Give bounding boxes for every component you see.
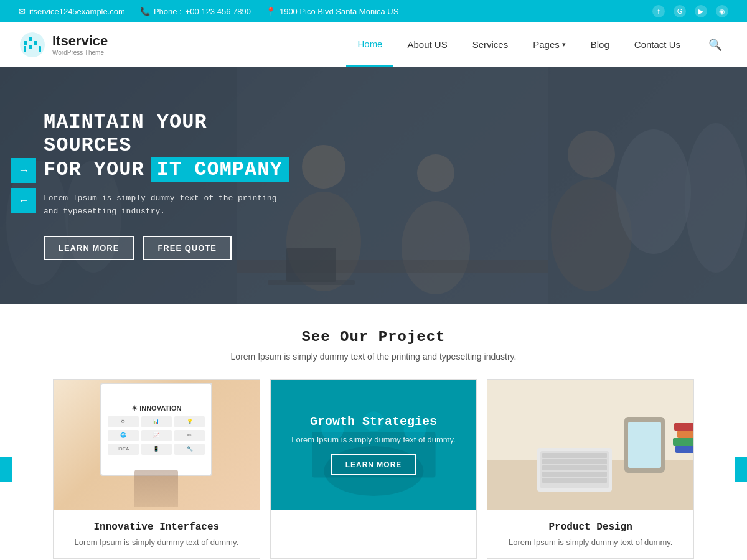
nav-item-services[interactable]: Services	[461, 22, 520, 67]
growth-overlay-desc: Lorem Ipsum is simply dummy text of dumm…	[291, 435, 455, 444]
card-desc-product: Lorem Ipsum is simply dummy text of dumm…	[500, 538, 681, 547]
logo-name: Itservice	[52, 33, 108, 49]
phone-label: Phone :	[154, 7, 182, 16]
svg-rect-39	[674, 423, 693, 431]
card-title-innovation: Innovative Interfaces	[66, 521, 247, 533]
nav-links: Home About US Services Pages ▾ Blog Cont…	[346, 22, 692, 67]
projects-next-button[interactable]: →	[735, 457, 747, 482]
hero-title-line2: FOR YOUR IT COMPANY	[44, 157, 293, 182]
innov-box: 📊	[141, 416, 172, 427]
svg-rect-41	[673, 438, 693, 446]
card-title-product: Product Design	[500, 521, 681, 533]
growth-overlay: Growth Strategies Lorem Ipsum is simply …	[271, 380, 477, 510]
slider-arrows: → ←	[11, 158, 36, 213]
hero-buttons: LEARN MORE FREE QUOTE	[44, 236, 293, 260]
logo-subtitle: WordPress Theme	[52, 49, 108, 56]
slider-prev-button[interactable]: ←	[11, 188, 36, 213]
youtube-icon[interactable]: ▶	[695, 5, 707, 17]
projects-wrapper: ← ☀ INNOVATION ⚙ 📊 💡 🌐	[19, 379, 728, 559]
card-desc-innovation: Lorem Ipsum is simply dummy text of dumm…	[66, 538, 247, 547]
innov-box: 📈	[141, 430, 172, 441]
project-card-product: @ C LG Product Design Lorem Ipsum is sim…	[487, 379, 694, 559]
location-icon: 📍	[266, 7, 276, 16]
innov-label: ☀ INNOVATION	[131, 404, 181, 413]
email-text: itservice1245example.com	[29, 7, 125, 16]
hero-title-normal: FOR YOUR	[44, 158, 144, 181]
card-body-product: Product Design Lorem Ipsum is simply dum…	[487, 510, 693, 558]
projects-prev-button[interactable]: ←	[0, 457, 12, 482]
innov-box: 🌐	[108, 430, 138, 441]
logo-icon	[19, 31, 46, 58]
svg-rect-4	[29, 45, 32, 49]
svg-rect-34	[542, 465, 607, 470]
innov-box: ⚙	[108, 416, 138, 427]
social-links: f G ▶ ◉	[652, 5, 728, 17]
projects-row: ☀ INNOVATION ⚙ 📊 💡 🌐 📈 ✏ IDEA 📱 🔧	[53, 379, 694, 559]
free-quote-button[interactable]: FREE QUOTE	[143, 236, 232, 260]
growth-learn-more-button[interactable]: LEARN MORE	[331, 454, 417, 475]
learn-more-button[interactable]: LEARN MORE	[44, 236, 134, 260]
svg-point-0	[20, 32, 45, 57]
address-text: 1900 Pico Blvd Santa Monica US	[280, 7, 399, 16]
nav-item-blog[interactable]: Blog	[580, 22, 621, 67]
section-title: See Our Project	[19, 329, 728, 345]
growth-overlay-title: Growth Strategies	[310, 414, 437, 429]
svg-rect-40	[677, 431, 693, 438]
phone-number: +00 123 456 7890	[186, 7, 251, 16]
innovation-board: ☀ INNOVATION ⚙ 📊 💡 🌐 📈 ✏ IDEA 📱 🔧	[100, 383, 212, 476]
card-image-innovation: ☀ INNOVATION ⚙ 📊 💡 🌐 📈 ✏ IDEA 📱 🔧	[54, 380, 260, 510]
nav-item-pages[interactable]: Pages ▾	[522, 22, 577, 67]
svg-rect-36	[542, 478, 607, 483]
instagram-icon[interactable]: ◉	[716, 5, 728, 17]
chevron-down-icon: ▾	[562, 40, 566, 49]
logo[interactable]: Itservice WordPress Theme	[19, 31, 108, 58]
section-description: Lorem Ipsum is simply dummy text of the …	[19, 352, 728, 362]
top-bar: ✉ itservice1245example.com 📞 Phone : +00…	[0, 0, 747, 22]
card-image-growth: Growth Strategies Lorem Ipsum is simply …	[271, 380, 477, 510]
nav-item-contact[interactable]: Contact Us	[623, 22, 692, 67]
google-icon[interactable]: G	[674, 5, 686, 17]
top-bar-left: ✉ itservice1245example.com 📞 Phone : +00…	[19, 7, 398, 16]
svg-rect-1	[24, 41, 27, 45]
nav-item-home[interactable]: Home	[346, 22, 393, 67]
logo-text: Itservice WordPress Theme	[52, 33, 108, 56]
nav-divider	[697, 35, 697, 54]
card-image-product: @ C LG	[487, 380, 693, 510]
hero-description: Lorem Ipsum is simply dummy text of the …	[44, 192, 293, 218]
navbar: Itservice WordPress Theme Home About US …	[0, 22, 747, 67]
phone-icon: 📞	[140, 7, 150, 16]
address-info: 📍 1900 Pico Blvd Santa Monica US	[266, 7, 399, 16]
facebook-icon[interactable]: f	[652, 5, 665, 17]
hero-section: → ← MAINTAIN YOUR SOURCES FOR YOUR IT CO…	[0, 67, 747, 304]
innov-box: 🔧	[174, 444, 205, 455]
svg-rect-35	[542, 472, 607, 477]
email-info: ✉ itservice1245example.com	[19, 7, 125, 16]
search-button[interactable]: 🔍	[702, 38, 728, 52]
svg-rect-33	[542, 459, 607, 464]
innov-box: ✏	[174, 430, 205, 441]
hero-content: MAINTAIN YOUR SOURCES FOR YOUR IT COMPAN…	[0, 111, 336, 260]
phone-info: 📞 Phone : +00 123 456 7890	[140, 7, 251, 16]
svg-rect-32	[542, 453, 607, 458]
hero-title-line1: MAINTAIN YOUR SOURCES	[44, 111, 293, 157]
project-card-innovation: ☀ INNOVATION ⚙ 📊 💡 🌐 📈 ✏ IDEA 📱 🔧	[53, 379, 260, 559]
projects-section: See Our Project Lorem Ipsum is simply du…	[0, 304, 747, 560]
slider-next-button[interactable]: →	[11, 158, 36, 183]
innov-grid: ⚙ 📊 💡 🌐 📈 ✏ IDEA 📱 🔧	[108, 416, 205, 455]
svg-rect-5	[24, 46, 26, 52]
card-body-innovation: Innovative Interfaces Lorem Ipsum is sim…	[54, 510, 260, 558]
product-desk-image: @ C LG	[487, 380, 693, 510]
svg-rect-2	[29, 37, 32, 41]
svg-rect-42	[675, 446, 693, 453]
innov-box: 📱	[141, 444, 172, 455]
project-card-growth: Growth Strategies Lorem Ipsum is simply …	[270, 379, 477, 559]
person-figure	[134, 470, 178, 507]
email-icon: ✉	[19, 7, 26, 16]
svg-rect-38	[628, 422, 661, 468]
svg-rect-6	[39, 46, 41, 52]
nav-item-about[interactable]: About US	[396, 22, 458, 67]
innov-box: IDEA	[108, 444, 138, 455]
hero-title-highlight: IT COMPANY	[151, 157, 289, 182]
svg-rect-3	[34, 41, 37, 45]
innov-box: 💡	[174, 416, 205, 427]
